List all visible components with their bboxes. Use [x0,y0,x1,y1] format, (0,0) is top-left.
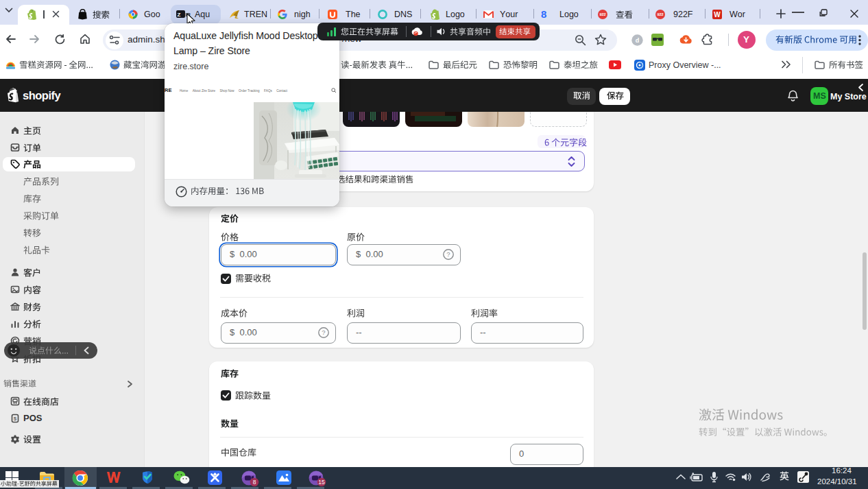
svg-text:S: S [14,416,17,421]
svg-text:922: 922 [657,12,663,16]
svg-text:922: 922 [599,12,605,16]
svg-text:?: ? [446,250,450,258]
svg-text:d: d [636,37,640,44]
svg-text:?: ? [322,329,325,336]
svg-text:8: 8 [541,9,546,19]
svg-text:W: W [714,11,721,19]
svg-text:Z: Z [178,12,181,18]
svg-text:8: 8 [253,479,256,486]
svg-text:15: 15 [318,479,325,486]
